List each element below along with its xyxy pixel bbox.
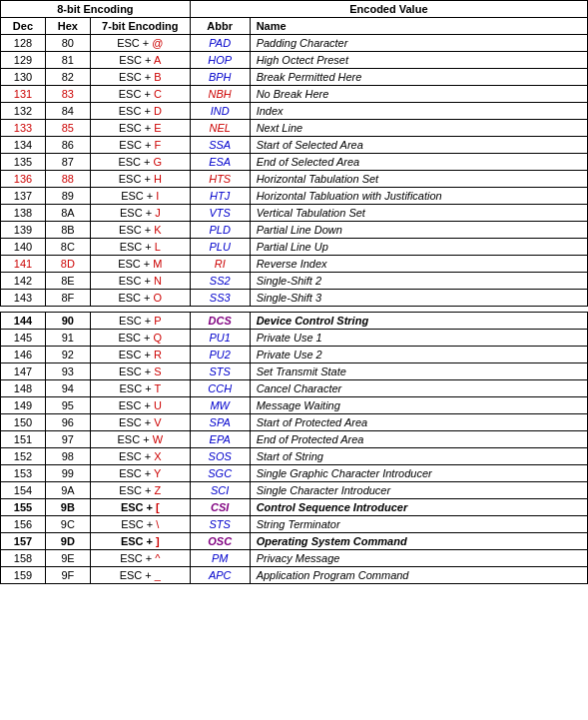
name-cell: Next Line <box>250 120 587 137</box>
hex-cell: 9A <box>45 482 90 499</box>
abbr-cell: MW <box>190 397 250 414</box>
dec-cell: 149 <box>1 397 46 414</box>
abbr-cell: SS3 <box>190 290 250 307</box>
seven-bit-cell: ESC + J <box>90 205 190 222</box>
abbr-cell: APC <box>190 567 250 584</box>
dec-cell: 148 <box>1 380 46 397</box>
name-cell: Set Transmit State <box>250 363 587 380</box>
abbr-cell: BPH <box>190 69 250 86</box>
table-row: 1549AESC + ZSCISingle Character Introduc… <box>1 482 588 499</box>
abbr-cell: STS <box>190 516 250 533</box>
seven-bit-cell: ESC + F <box>90 137 190 154</box>
seven-bit-cell: ESC + T <box>90 380 190 397</box>
name-cell: Single-Shift 3 <box>250 290 587 307</box>
name-cell: Start of Selected Area <box>250 137 587 154</box>
table-row: 13183ESC + CNBHNo Break Here <box>1 86 588 103</box>
hex-header: Hex <box>45 18 90 35</box>
name-cell: Device Control String <box>250 313 587 330</box>
seven-bit-cell: ESC + _ <box>90 567 190 584</box>
name-cell: Single Character Introducer <box>250 482 587 499</box>
hex-cell: 80 <box>45 35 90 52</box>
name-cell: Horizontal Tabluation with Justification <box>250 188 587 205</box>
dec-cell: 133 <box>1 120 46 137</box>
table-row: 14894ESC + TCCHCancel Character <box>1 380 588 397</box>
table-row: 1579DESC + ]OSCOperating System Command <box>1 533 588 550</box>
hex-cell: 82 <box>45 69 90 86</box>
dec-cell: 142 <box>1 273 46 290</box>
seven-bit-cell: ESC + I <box>90 188 190 205</box>
dec-cell: 140 <box>1 239 46 256</box>
seven-bit-cell: ESC + S <box>90 363 190 380</box>
abbr-cell: PM <box>190 550 250 567</box>
hex-cell: 91 <box>45 330 90 347</box>
seven-bit-cell: ESC + X <box>90 448 190 465</box>
hex-cell: 97 <box>45 431 90 448</box>
table-row: 1599FESC + _APCApplication Program Comma… <box>1 567 588 584</box>
dec-cell: 150 <box>1 414 46 431</box>
hex-cell: 99 <box>45 465 90 482</box>
dec-cell: 134 <box>1 137 46 154</box>
table-row: 13082ESC + BBPHBreak Permitted Here <box>1 69 588 86</box>
dec-cell: 144 <box>1 313 46 330</box>
hex-cell: 85 <box>45 120 90 137</box>
hex-cell: 9E <box>45 550 90 567</box>
abbr-cell: RI <box>190 256 250 273</box>
name-cell: End of Selected Area <box>250 154 587 171</box>
hex-cell: 9D <box>45 533 90 550</box>
abbr-cell: DCS <box>190 313 250 330</box>
seven-bit-cell: ESC + [ <box>90 499 190 516</box>
dec-cell: 159 <box>1 567 46 584</box>
dec-cell: 131 <box>1 86 46 103</box>
abbr-cell: PAD <box>190 35 250 52</box>
seven-bit-cell: ESC + A <box>90 52 190 69</box>
table-row: 14793ESC + SSTSSet Transmit State <box>1 363 588 380</box>
abbr-cell: SS2 <box>190 273 250 290</box>
name-cell: Padding Character <box>250 35 587 52</box>
table-row: 12880ESC + @PADPadding Character <box>1 35 588 52</box>
table-row: 13284ESC + DINDIndex <box>1 103 588 120</box>
abbr-cell: NBH <box>190 86 250 103</box>
table-row: 12981ESC + AHOPHigh Octect Preset <box>1 52 588 69</box>
seven-bit-cell: ESC + L <box>90 239 190 256</box>
hex-cell: 89 <box>45 188 90 205</box>
table-row: 15399ESC + YSGCSingle Graphic Character … <box>1 465 588 482</box>
name-cell: Index <box>250 103 587 120</box>
name-cell: Control Sequence Introducer <box>250 499 587 516</box>
table-row: 13486ESC + FSSAStart of Selected Area <box>1 137 588 154</box>
abbr-cell: OSC <box>190 533 250 550</box>
hex-cell: 8A <box>45 205 90 222</box>
sub-header-row: Dec Hex 7-bit Encoding Abbr Name <box>1 18 588 35</box>
name-cell: High Octect Preset <box>250 52 587 69</box>
name-cell: Private Use 1 <box>250 330 587 347</box>
dec-cell: 151 <box>1 431 46 448</box>
dec-cell: 145 <box>1 330 46 347</box>
dec-cell: 139 <box>1 222 46 239</box>
table-row: 13587ESC + GESAEnd of Selected Area <box>1 154 588 171</box>
hex-cell: 94 <box>45 380 90 397</box>
name-cell: Horizontal Tabulation Set <box>250 171 587 188</box>
table-row: 13789ESC + IHTJHorizontal Tabluation wit… <box>1 188 588 205</box>
hex-cell: 87 <box>45 154 90 171</box>
name-cell: Privacy Message <box>250 550 587 567</box>
seven-bit-cell: ESC + Z <box>90 482 190 499</box>
name-cell: Operating System Command <box>250 533 587 550</box>
dec-cell: 141 <box>1 256 46 273</box>
table-row: 1569CESC + \STSString Terminator <box>1 516 588 533</box>
table-row: 1408CESC + LPLUPartial Line Up <box>1 239 588 256</box>
name-cell: No Break Here <box>250 86 587 103</box>
abbr-header: Abbr <box>190 18 250 35</box>
seven-bit-cell: ESC + ^ <box>90 550 190 567</box>
hex-cell: 90 <box>45 313 90 330</box>
encoding-table: 8-bit Encoding Encoded Value Dec Hex 7-b… <box>0 0 588 584</box>
seven-bit-cell: ESC + N <box>90 273 190 290</box>
hex-cell: 93 <box>45 363 90 380</box>
hex-cell: 8B <box>45 222 90 239</box>
table-row: 1418DESC + MRIReverse Index <box>1 256 588 273</box>
hex-cell: 8C <box>45 239 90 256</box>
abbr-cell: PLD <box>190 222 250 239</box>
dec-cell: 154 <box>1 482 46 499</box>
abbr-cell: IND <box>190 103 250 120</box>
seven-bit-cell: ESC + R <box>90 347 190 363</box>
table-row: 1438FESC + OSS3Single-Shift 3 <box>1 290 588 307</box>
abbr-cell: HOP <box>190 52 250 69</box>
